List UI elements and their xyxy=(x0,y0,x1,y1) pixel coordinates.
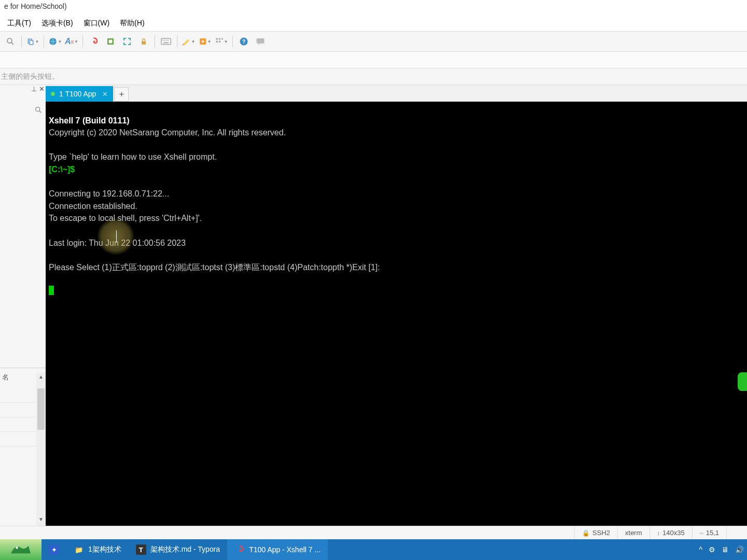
keyboard-icon[interactable] xyxy=(159,34,173,49)
help-icon[interactable]: ? xyxy=(237,34,251,49)
status-size: ↕140x35 xyxy=(649,526,692,539)
main-area: ⊥ ✕ 名 ▲ ▼ 1 T100 App ✕ + Xsh xyxy=(0,85,747,526)
panel-search-icon[interactable] xyxy=(34,106,43,116)
svg-rect-18 xyxy=(216,41,217,43)
terminal-line: Last login: Thu Jun 22 01:00:56 2023 xyxy=(49,239,186,247)
scroll-up-icon[interactable]: ▲ xyxy=(37,374,45,382)
separator xyxy=(44,36,44,47)
svg-rect-9 xyxy=(162,40,163,41)
svg-line-1 xyxy=(11,43,13,45)
terminal-prompt: [C:\~]$ xyxy=(49,165,75,174)
panel-rows xyxy=(0,388,36,446)
taskbar: ✦ 📁 1架构技术 T 架构技术.md - Typora T100 App - … xyxy=(0,539,747,560)
taskbar-folder[interactable]: 📁 1架构技术 xyxy=(66,539,129,560)
menu-help[interactable]: 帮助(H) xyxy=(115,17,149,30)
tab-label: 1 T100 App xyxy=(59,90,96,98)
taskbar-label: 架构技术.md - Typora xyxy=(150,545,220,554)
scroll-down-icon[interactable]: ▼ xyxy=(37,516,45,525)
list-item[interactable] xyxy=(0,432,36,446)
terminal[interactable]: Xshell 7 (Build 0111) Copyright (c) 2020… xyxy=(46,102,747,526)
globe-icon[interactable]: ▼ xyxy=(48,34,62,49)
svg-rect-8 xyxy=(161,38,171,45)
tab-close-icon[interactable]: ✕ xyxy=(102,90,108,98)
terminal-line: Connecting to 192.168.0.71:22... xyxy=(49,189,169,198)
right-panel: 1 T100 App ✕ + Xshell 7 (Build 0111) Cop… xyxy=(46,85,747,526)
terminal-line: Copyright (c) 2020 NetSarang Computer, I… xyxy=(49,128,286,137)
separator xyxy=(177,36,177,47)
taskbar-typora[interactable]: T 架构技术.md - Typora xyxy=(129,539,227,560)
status-pos: ⎓15,1 xyxy=(692,526,726,539)
status-term: xterm xyxy=(617,526,649,539)
text-caret xyxy=(116,230,117,243)
panel-column-label: 名 xyxy=(2,373,9,382)
tray-screen-icon[interactable]: 🖥 xyxy=(722,545,729,554)
svg-rect-22 xyxy=(257,38,265,44)
separator xyxy=(232,36,233,47)
status-bar: 🔒SSH2 xterm ↕140x35 ⎓15,1 xyxy=(0,526,747,539)
taskbar-label: 1架构技术 xyxy=(88,545,121,554)
lock-icon[interactable] xyxy=(136,34,151,49)
tab-t100-app[interactable]: 1 T100 App ✕ xyxy=(46,86,113,102)
orange-plus-icon[interactable]: ▼ xyxy=(198,34,212,49)
menu-bar: 工具(T) 选项卡(B) 窗口(W) 帮助(H) xyxy=(0,16,747,31)
tray-up-icon[interactable]: ^ xyxy=(699,545,702,554)
scroll-thumb[interactable] xyxy=(37,388,45,430)
tray-settings-icon[interactable]: ⚙ xyxy=(709,545,715,554)
taskbar-label: T100 App - Xshell 7 ... xyxy=(249,545,321,554)
list-item[interactable] xyxy=(0,388,36,403)
terminal-line: Connection established. xyxy=(49,202,137,211)
status-ssh: 🔒SSH2 xyxy=(574,526,617,539)
taskbar-xshell[interactable]: T100 App - Xshell 7 ... xyxy=(227,539,328,560)
side-widget[interactable] xyxy=(738,372,747,391)
status-dot-icon xyxy=(51,92,55,96)
window-title: e for Home/School) xyxy=(0,0,747,16)
svg-point-25 xyxy=(16,547,18,549)
separator xyxy=(155,36,155,47)
grid-icon[interactable]: ▼ xyxy=(214,34,229,49)
fullscreen-icon[interactable] xyxy=(120,34,134,49)
separator xyxy=(21,36,22,47)
list-item[interactable] xyxy=(0,403,36,417)
svg-rect-3 xyxy=(30,40,33,45)
scrollbar[interactable]: ▲ ▼ xyxy=(36,373,46,526)
svg-rect-17 xyxy=(222,38,223,39)
panel-controls: ⊥ ✕ xyxy=(31,85,45,93)
tab-add-button[interactable]: + xyxy=(114,87,129,102)
menu-tabs[interactable]: 选项卡(B) xyxy=(36,17,78,30)
svg-point-23 xyxy=(36,107,40,111)
panel-divider xyxy=(0,368,46,368)
blank-strip xyxy=(0,52,747,68)
bird-icon: ✦ xyxy=(49,544,59,555)
chat-icon[interactable] xyxy=(253,34,268,49)
separator xyxy=(82,36,83,47)
close-icon[interactable]: ✕ xyxy=(39,85,45,93)
svg-rect-7 xyxy=(142,41,146,44)
system-tray: ^ ⚙ 🖥 🔊 xyxy=(699,539,744,560)
svg-rect-15 xyxy=(216,38,217,39)
tray-volume-icon[interactable]: 🔊 xyxy=(735,545,744,554)
click-highlight xyxy=(98,218,134,255)
menu-window[interactable]: 窗口(W) xyxy=(78,17,115,30)
hint-bar: 主侧的箭头按钮。 xyxy=(0,68,747,85)
terminal-line: Type `help' to learn how to use Xshell p… xyxy=(49,152,217,161)
list-item[interactable] xyxy=(0,417,36,432)
status-extra xyxy=(726,526,747,539)
menu-tools[interactable]: 工具(T) xyxy=(2,17,36,30)
left-panel: ⊥ ✕ 名 ▲ ▼ xyxy=(0,85,46,526)
svg-rect-6 xyxy=(109,40,113,44)
highlight-icon[interactable]: ▼ xyxy=(181,34,196,49)
folder-icon: 📁 xyxy=(74,544,84,555)
pin-icon[interactable]: ⊥ xyxy=(31,85,37,93)
svg-line-24 xyxy=(39,111,41,113)
search-icon[interactable] xyxy=(3,34,18,49)
svg-text:?: ? xyxy=(242,38,245,45)
start-logo[interactable] xyxy=(0,539,42,560)
position-icon: ⎓ xyxy=(700,530,703,536)
red-swirl-icon[interactable] xyxy=(87,34,101,49)
green-box-icon[interactable] xyxy=(103,34,118,49)
font-icon[interactable]: Aa▼ xyxy=(64,34,79,49)
taskbar-app-bird[interactable]: ✦ xyxy=(42,539,66,560)
cursor-icon xyxy=(49,286,54,295)
svg-rect-11 xyxy=(166,40,167,41)
copy-icon[interactable]: ▼ xyxy=(25,34,40,49)
